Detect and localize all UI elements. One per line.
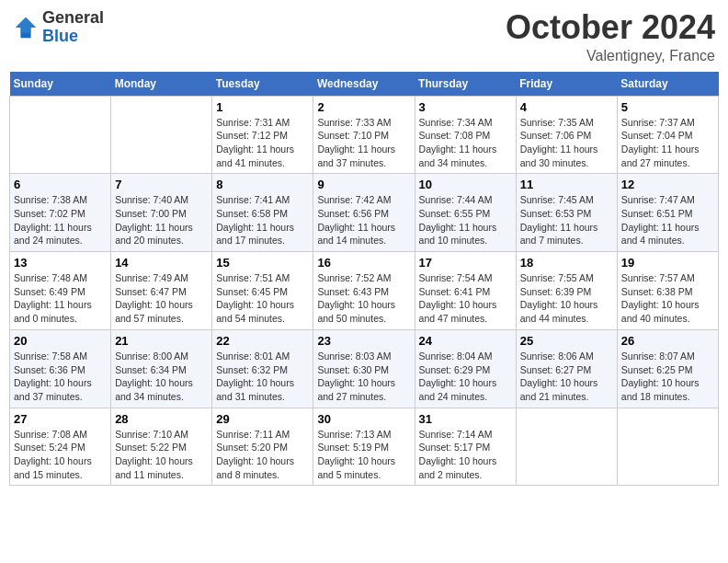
day-number: 21	[115, 334, 208, 348]
day-info: Sunrise: 7:33 AMSunset: 7:10 PMDaylight:…	[317, 116, 410, 170]
day-info: Sunrise: 8:00 AMSunset: 6:34 PMDaylight:…	[115, 350, 208, 404]
day-number: 31	[419, 412, 512, 426]
calendar-cell: 31Sunrise: 7:14 AMSunset: 5:17 PMDayligh…	[415, 408, 516, 486]
day-info: Sunrise: 7:31 AMSunset: 7:12 PMDaylight:…	[216, 116, 309, 170]
calendar-cell: 17Sunrise: 7:54 AMSunset: 6:41 PMDayligh…	[415, 252, 516, 330]
calendar-cell	[111, 96, 212, 174]
day-number: 5	[621, 100, 714, 114]
calendar-body: 1Sunrise: 7:31 AMSunset: 7:12 PMDaylight…	[10, 96, 719, 486]
day-info: Sunrise: 7:40 AMSunset: 7:00 PMDaylight:…	[115, 193, 208, 247]
calendar-week-2: 6Sunrise: 7:38 AMSunset: 7:02 PMDaylight…	[10, 174, 719, 252]
day-info: Sunrise: 8:06 AMSunset: 6:27 PMDaylight:…	[520, 350, 613, 404]
day-info: Sunrise: 7:13 AMSunset: 5:19 PMDaylight:…	[317, 428, 410, 482]
day-info: Sunrise: 7:37 AMSunset: 7:04 PMDaylight:…	[621, 116, 714, 170]
calendar-week-4: 20Sunrise: 7:58 AMSunset: 6:36 PMDayligh…	[10, 329, 719, 408]
col-sunday: Sunday	[10, 72, 111, 97]
calendar-cell	[10, 96, 111, 174]
day-info: Sunrise: 8:01 AMSunset: 6:32 PMDaylight:…	[216, 350, 309, 404]
calendar-cell: 13Sunrise: 7:48 AMSunset: 6:49 PMDayligh…	[10, 252, 111, 330]
day-number: 29	[216, 412, 309, 426]
title-block: October 2024 Valentigney, France	[506, 9, 715, 64]
calendar-cell: 3Sunrise: 7:34 AMSunset: 7:08 PMDaylight…	[415, 96, 516, 174]
col-friday: Friday	[516, 72, 617, 97]
calendar-cell: 7Sunrise: 7:40 AMSunset: 7:00 PMDaylight…	[111, 174, 212, 252]
day-info: Sunrise: 7:38 AMSunset: 7:02 PMDaylight:…	[14, 193, 107, 247]
col-thursday: Thursday	[415, 72, 516, 97]
calendar-table: Sunday Monday Tuesday Wednesday Thursday…	[9, 72, 719, 487]
calendar-week-3: 13Sunrise: 7:48 AMSunset: 6:49 PMDayligh…	[10, 252, 719, 330]
day-info: Sunrise: 7:42 AMSunset: 6:56 PMDaylight:…	[317, 193, 410, 247]
calendar-cell: 18Sunrise: 7:55 AMSunset: 6:39 PMDayligh…	[516, 252, 617, 330]
location-title: Valentigney, France	[506, 48, 715, 64]
day-info: Sunrise: 7:35 AMSunset: 7:06 PMDaylight:…	[520, 116, 613, 170]
day-number: 6	[14, 178, 107, 191]
day-info: Sunrise: 7:10 AMSunset: 5:22 PMDaylight:…	[115, 428, 208, 482]
calendar-cell: 24Sunrise: 8:04 AMSunset: 6:29 PMDayligh…	[415, 329, 516, 408]
day-number: 19	[621, 256, 714, 270]
calendar-cell: 1Sunrise: 7:31 AMSunset: 7:12 PMDaylight…	[212, 96, 313, 174]
day-info: Sunrise: 7:52 AMSunset: 6:43 PMDaylight:…	[317, 271, 410, 326]
day-number: 4	[520, 100, 613, 114]
calendar-cell: 9Sunrise: 7:42 AMSunset: 6:56 PMDaylight…	[313, 174, 415, 252]
col-monday: Monday	[111, 72, 212, 97]
calendar-cell: 8Sunrise: 7:41 AMSunset: 6:58 PMDaylight…	[212, 174, 313, 252]
calendar-cell: 6Sunrise: 7:38 AMSunset: 7:02 PMDaylight…	[10, 174, 111, 252]
day-number: 1	[216, 100, 309, 114]
calendar-header: Sunday Monday Tuesday Wednesday Thursday…	[10, 72, 719, 97]
logo-icon	[13, 15, 39, 40]
calendar-week-5: 27Sunrise: 7:08 AMSunset: 5:24 PMDayligh…	[10, 408, 719, 486]
day-number: 3	[419, 100, 512, 114]
day-number: 12	[621, 178, 714, 191]
calendar-cell: 5Sunrise: 7:37 AMSunset: 7:04 PMDaylight…	[617, 96, 718, 174]
calendar-cell: 19Sunrise: 7:57 AMSunset: 6:38 PMDayligh…	[617, 252, 718, 330]
day-number: 9	[317, 178, 410, 191]
day-number: 30	[317, 412, 410, 426]
calendar-cell: 29Sunrise: 7:11 AMSunset: 5:20 PMDayligh…	[212, 408, 313, 486]
day-info: Sunrise: 7:14 AMSunset: 5:17 PMDaylight:…	[419, 428, 512, 482]
day-info: Sunrise: 7:48 AMSunset: 6:49 PMDaylight:…	[14, 271, 107, 326]
header-row: Sunday Monday Tuesday Wednesday Thursday…	[10, 72, 719, 97]
logo: General Blue	[13, 9, 104, 46]
day-number: 7	[115, 178, 208, 191]
day-info: Sunrise: 7:44 AMSunset: 6:55 PMDaylight:…	[419, 193, 512, 247]
calendar-cell: 21Sunrise: 8:00 AMSunset: 6:34 PMDayligh…	[111, 329, 212, 408]
calendar-cell: 25Sunrise: 8:06 AMSunset: 6:27 PMDayligh…	[516, 329, 617, 408]
day-number: 23	[317, 334, 410, 348]
day-number: 27	[14, 412, 107, 426]
calendar-cell: 12Sunrise: 7:47 AMSunset: 6:51 PMDayligh…	[617, 174, 718, 252]
day-number: 16	[317, 256, 410, 270]
col-wednesday: Wednesday	[313, 72, 415, 97]
calendar-cell: 27Sunrise: 7:08 AMSunset: 5:24 PMDayligh…	[10, 408, 111, 486]
day-info: Sunrise: 7:55 AMSunset: 6:39 PMDaylight:…	[520, 271, 613, 326]
day-number: 17	[419, 256, 512, 270]
day-info: Sunrise: 7:41 AMSunset: 6:58 PMDaylight:…	[216, 193, 309, 247]
calendar-cell: 30Sunrise: 7:13 AMSunset: 5:19 PMDayligh…	[313, 408, 415, 486]
day-number: 8	[216, 178, 309, 191]
logo-general-text: General	[42, 9, 104, 28]
day-info: Sunrise: 7:58 AMSunset: 6:36 PMDaylight:…	[14, 350, 107, 404]
day-info: Sunrise: 8:03 AMSunset: 6:30 PMDaylight:…	[317, 350, 410, 404]
calendar-cell: 11Sunrise: 7:45 AMSunset: 6:53 PMDayligh…	[516, 174, 617, 252]
day-number: 10	[419, 178, 512, 191]
calendar-cell	[516, 408, 617, 486]
day-number: 2	[317, 100, 410, 114]
calendar-cell: 15Sunrise: 7:51 AMSunset: 6:45 PMDayligh…	[212, 252, 313, 330]
day-info: Sunrise: 7:11 AMSunset: 5:20 PMDaylight:…	[216, 428, 309, 482]
calendar-cell: 26Sunrise: 8:07 AMSunset: 6:25 PMDayligh…	[617, 329, 718, 408]
col-tuesday: Tuesday	[212, 72, 313, 97]
day-info: Sunrise: 7:34 AMSunset: 7:08 PMDaylight:…	[419, 116, 512, 170]
calendar-week-1: 1Sunrise: 7:31 AMSunset: 7:12 PMDaylight…	[10, 96, 719, 174]
day-info: Sunrise: 7:45 AMSunset: 6:53 PMDaylight:…	[520, 193, 613, 247]
day-number: 14	[115, 256, 208, 270]
page-header: General Blue October 2024 Valentigney, F…	[9, 9, 719, 64]
day-number: 18	[520, 256, 613, 270]
day-info: Sunrise: 7:49 AMSunset: 6:47 PMDaylight:…	[115, 271, 208, 326]
day-number: 26	[621, 334, 714, 348]
day-info: Sunrise: 7:57 AMSunset: 6:38 PMDaylight:…	[621, 271, 714, 326]
day-info: Sunrise: 7:47 AMSunset: 6:51 PMDaylight:…	[621, 193, 714, 247]
calendar-cell: 4Sunrise: 7:35 AMSunset: 7:06 PMDaylight…	[516, 96, 617, 174]
col-saturday: Saturday	[617, 72, 718, 97]
svg-marker-1	[16, 17, 36, 33]
logo-blue-text: Blue	[42, 28, 104, 46]
calendar-cell: 16Sunrise: 7:52 AMSunset: 6:43 PMDayligh…	[313, 252, 415, 330]
